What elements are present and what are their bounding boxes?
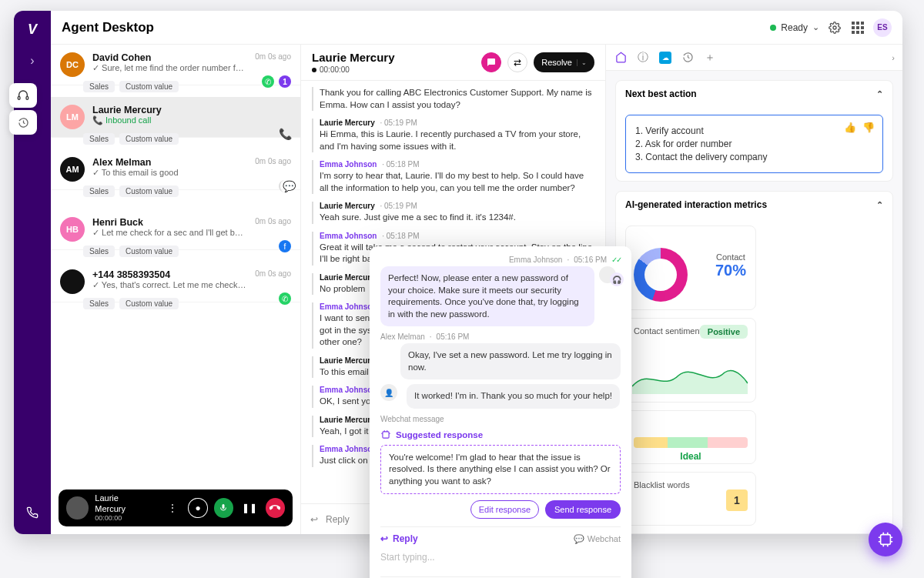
ov-agent-time: 05:16 PM: [574, 256, 607, 264]
agent-bubble: Perfect! Now, please enter a new passwor…: [380, 266, 594, 326]
edit-response-button[interactable]: Edit response: [470, 500, 539, 519]
conversation-snippet: ✓ To this email is good: [92, 168, 247, 178]
nba-header[interactable]: Next best action⌃: [616, 81, 892, 107]
rail-expand-icon[interactable]: ›: [22, 50, 43, 72]
chat-icon[interactable]: [481, 52, 501, 72]
ideal-label: Ideal: [634, 451, 748, 462]
tab-add-icon[interactable]: ＋: [705, 51, 715, 65]
conversation-snippet: ✓ Sure, let me find the order number for…: [92, 63, 247, 73]
headset-tab[interactable]: [9, 83, 37, 108]
contact-label: Contact: [715, 252, 746, 262]
record-icon[interactable]: ●: [188, 498, 207, 518]
tag: Sales: [83, 246, 115, 257]
ov-agent-name: Emma Johnson: [509, 256, 562, 264]
message-author: Emma Johnson: [320, 232, 377, 240]
user-bubble: Okay, I've set a new password. Let me tr…: [400, 343, 621, 379]
message-body: Hi Emma, this is Laurie. I recently purc…: [320, 129, 594, 152]
message-author: Laurie Mercury: [320, 202, 375, 210]
message-author: Laurie Mercury: [320, 356, 375, 365]
suggested-response-text: You're welcome! I'm glad to hear that th…: [380, 445, 621, 495]
resolve-button[interactable]: Resolve⌄: [534, 52, 594, 72]
message-time: · 05:18 PM: [380, 232, 419, 240]
tab-history-icon[interactable]: [682, 52, 694, 63]
user-avatar[interactable]: ES: [873, 18, 892, 37]
page-title: Agent Desktop: [62, 20, 154, 35]
phone-icon[interactable]: [22, 502, 43, 523]
headset-badge-icon: 🎧: [610, 272, 624, 286]
transcript-message: Emma Johnson · 05:18 PMI'm sorry to hear…: [312, 160, 594, 194]
metrics-card: AI-generated interaction metrics⌃ Contac…: [615, 191, 893, 534]
webchat-label: Webchat message: [380, 415, 621, 423]
tag: Sales: [83, 298, 115, 309]
conversation-name: Henri Buck: [92, 217, 247, 228]
chevron-down-icon[interactable]: ⌄: [577, 59, 587, 66]
channel-indicator[interactable]: 💬Webchat: [574, 534, 621, 544]
message-input[interactable]: [380, 544, 621, 576]
topbar: Agent Desktop Ready ⌄ ES: [51, 11, 902, 45]
timeline-card: [625, 533, 883, 534]
apps-icon[interactable]: [850, 20, 865, 35]
ov-user-name: Alex Melman: [380, 332, 425, 341]
conversation-name: Laurie Mercury: [92, 105, 283, 115]
message-author: Emma Johnson: [320, 386, 377, 394]
sentiment-value: Positive: [700, 325, 748, 339]
whatsapp-icon: ✆: [262, 75, 274, 88]
tag: Custom value: [119, 185, 179, 197]
history-tab[interactable]: [9, 110, 37, 135]
transfer-icon[interactable]: ⇄: [507, 52, 527, 72]
collapse-panel-icon[interactable]: ›: [892, 53, 895, 62]
svg-rect-3: [881, 535, 891, 545]
logo: V: [28, 22, 37, 38]
conversation-snippet: ✓ Yes, that's correct. Let me me check w…: [92, 280, 247, 290]
blacklist-count: 1: [726, 489, 748, 511]
call-info: Laurie Mercury 00:00:00: [95, 493, 150, 522]
ai-assist-fab[interactable]: [869, 523, 902, 556]
blacklist-label: Blacklist words: [634, 480, 748, 489]
pause-icon[interactable]: ❚❚: [239, 498, 259, 518]
user-bubble: It worked! I'm in. Thank you so much for…: [407, 384, 620, 409]
mute-icon[interactable]: [214, 498, 233, 518]
message-icon: 💬: [279, 180, 291, 192]
hangup-icon[interactable]: [266, 498, 285, 518]
status-selector[interactable]: Ready ⌄: [770, 22, 819, 33]
conversation-snippet: ✓ Let me check for a sec and I'll get ba…: [92, 228, 247, 238]
message-body: Thank you for calling ABC Electronics Cu…: [320, 87, 594, 111]
settings-icon[interactable]: [827, 20, 842, 35]
tab-home-icon[interactable]: [615, 52, 627, 63]
status-label: Ready: [781, 22, 808, 33]
thumbs-down-icon[interactable]: 👎: [862, 122, 875, 133]
svg-rect-1: [18, 96, 20, 99]
contact-pie-card: Contact 70%: [625, 226, 756, 310]
conversation-time: 0m 0s ago: [255, 269, 291, 278]
thumbs-up-icon[interactable]: 👍: [844, 122, 856, 133]
message-body: Yeah sure. Just give me a sec to find it…: [320, 212, 594, 224]
contact-name: Laurie Mercury: [312, 51, 395, 64]
conversation-avatar: AM: [60, 157, 85, 182]
message-time: · 05:18 PM: [380, 160, 419, 169]
send-response-button[interactable]: Send response: [545, 500, 621, 519]
active-call-bar: Laurie Mercury 00:00:00 ⋮ ● ❚❚: [59, 489, 293, 526]
message-time: · 05:19 PM: [378, 202, 417, 210]
tab-info-icon[interactable]: ⓘ: [638, 51, 648, 65]
transcript-message: Laurie Mercury · 05:19 PMYeah sure. Just…: [312, 202, 594, 224]
reply-arrow-icon: ↩: [380, 533, 388, 544]
conversation-avatar: HB: [60, 217, 85, 242]
conversation-time: 0m 0s ago: [255, 52, 291, 61]
tag: Custom value: [119, 246, 179, 257]
contact-percent: 70%: [715, 262, 746, 279]
reply-arrow-icon: ↩: [310, 514, 318, 525]
call-more-icon[interactable]: ⋮: [162, 498, 182, 518]
message-author: Emma Johnson: [320, 445, 377, 453]
tab-salesforce-icon[interactable]: ☁: [659, 52, 671, 64]
message-author: Emma Johnson: [320, 160, 377, 169]
user-avatar-icon: 👤: [380, 384, 397, 401]
conversation-snippet: 📞 Inbound call: [92, 115, 283, 125]
conversation-time: 0m 0s ago: [255, 157, 291, 165]
nba-suggestions: 👍 👎 1. Verify account 2. Ask for order n…: [625, 115, 883, 173]
svg-rect-4: [383, 432, 389, 438]
blacklist-card: Blacklist words 1: [625, 472, 756, 526]
conversation-name: +144 3858393504: [92, 269, 247, 280]
metrics-header[interactable]: AI-generated interaction metrics⌃: [616, 192, 892, 218]
next-best-action-card: Next best action⌃ 👍 👎 1. Verify account …: [615, 80, 893, 182]
reply-label: Reply: [326, 514, 350, 525]
